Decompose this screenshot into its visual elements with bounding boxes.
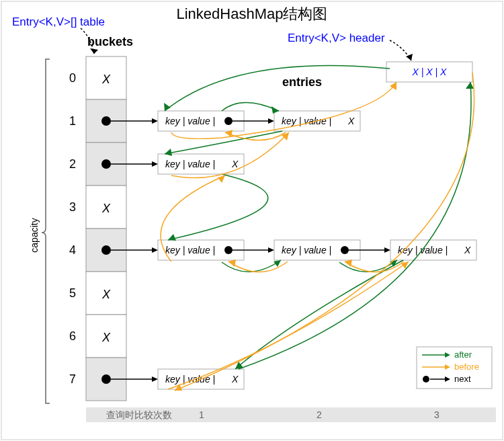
svg-text:2: 2 (317, 409, 322, 420)
svg-text:X: X (231, 159, 239, 169)
svg-text:X  |  X  |  X: X | X | X (412, 67, 448, 77)
svg-text:6: 6 (69, 329, 76, 343)
svg-marker-70 (218, 175, 225, 183)
svg-text:5: 5 (69, 286, 76, 300)
svg-text:key | value |: key | value | (282, 245, 331, 255)
svg-text:X: X (101, 331, 111, 344)
svg-marker-48 (268, 118, 274, 124)
linkedhashmap-diagram: LinkedHashMap结构图 Entry<K,V>[] table buck… (0, 0, 504, 441)
entry-2a: key | value | X (158, 154, 244, 174)
bucket-2-dot (101, 159, 111, 169)
svg-point-13 (101, 245, 111, 255)
svg-text:key | value |: key | value | (282, 116, 331, 126)
buckets-label: buckets (87, 35, 133, 48)
svg-point-86 (423, 376, 429, 383)
svg-marker-56 (384, 247, 390, 253)
capacity-label: capacity (29, 218, 40, 252)
svg-marker-50 (152, 161, 158, 167)
svg-text:key | value |: key | value | (165, 159, 215, 169)
svg-point-26 (224, 117, 233, 125)
svg-text:1: 1 (69, 114, 76, 128)
svg-text:0: 0 (69, 71, 76, 85)
svg-text:1: 1 (199, 409, 204, 420)
bucket-1-dot (101, 116, 111, 126)
svg-point-22 (101, 374, 111, 384)
entry-4c: key | value | X (390, 240, 476, 260)
entry-4b: key | value | (274, 240, 360, 260)
svg-text:2: 2 (69, 157, 76, 171)
svg-marker-46 (152, 118, 158, 124)
svg-text:after: after (454, 350, 472, 360)
svg-marker-58 (152, 376, 158, 382)
svg-text:X: X (347, 116, 355, 126)
svg-text:7: 7 (69, 372, 76, 386)
header-label: Entry<K,V> header (288, 32, 385, 44)
svg-text:X: X (101, 202, 111, 215)
legend: after before next (417, 347, 492, 389)
table-label: Entry<K,V>[] table (12, 15, 105, 28)
svg-marker-71 (228, 259, 236, 267)
svg-text:key | value |: key | value | (165, 245, 215, 255)
svg-marker-52 (152, 247, 158, 253)
svg-point-38 (341, 246, 349, 254)
bucket-0-x: X (101, 73, 111, 86)
svg-marker-54 (268, 247, 274, 253)
svg-text:before: before (454, 362, 479, 372)
svg-marker-63 (274, 260, 281, 267)
svg-text:X: X (231, 374, 239, 385)
svg-marker-62 (168, 234, 176, 241)
svg-marker-1 (406, 54, 413, 61)
svg-marker-66 (466, 82, 474, 89)
bucket-array: 0 X 1 2 3 X 4 5 X 6 X 7 (69, 56, 126, 401)
entry-4a: key | value | (158, 240, 244, 260)
svg-marker-59 (164, 103, 171, 111)
diagram-title: LinkedHashMap结构图 (177, 5, 328, 22)
svg-point-35 (224, 246, 233, 254)
svg-marker-0 (90, 48, 98, 54)
svg-text:key | value |: key | value | (165, 374, 215, 385)
svg-text:4: 4 (69, 243, 76, 257)
svg-text:next: next (454, 374, 471, 384)
entries-label: entries (282, 75, 322, 89)
svg-text:X: X (464, 245, 471, 255)
svg-text:X: X (101, 288, 111, 301)
svg-marker-72 (345, 259, 352, 267)
svg-text:3: 3 (434, 409, 439, 420)
entry-1a: key | value | (158, 111, 244, 131)
capacity-brace (42, 59, 50, 403)
svg-text:查询时比较次数: 查询时比较次数 (106, 409, 172, 420)
svg-text:key | value |: key | value | (165, 116, 215, 126)
svg-text:3: 3 (69, 200, 76, 214)
